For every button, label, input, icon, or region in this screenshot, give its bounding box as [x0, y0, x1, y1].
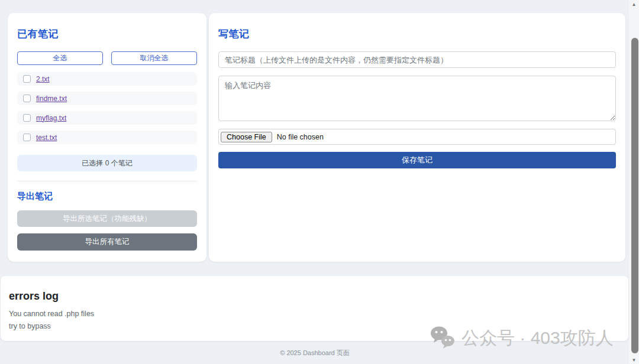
- note-link[interactable]: test.txt: [36, 134, 57, 142]
- export-all-button[interactable]: 导出所有笔记: [17, 233, 197, 251]
- note-checkbox[interactable]: [23, 134, 31, 141]
- errors-log-panel: errors log You cannot read .php files tr…: [1, 276, 628, 341]
- select-all-button[interactable]: 全选: [17, 51, 103, 65]
- note-title-input[interactable]: [218, 51, 616, 68]
- existing-notes-title: 已有笔记: [17, 27, 197, 41]
- note-row: myflag.txt: [17, 111, 197, 125]
- file-chosen-status: No file chosen: [277, 133, 324, 141]
- scrollbar-thumb[interactable]: [631, 38, 638, 353]
- file-upload-input[interactable]: Choose File No file chosen: [218, 129, 616, 145]
- save-note-button[interactable]: 保存笔记: [218, 152, 616, 168]
- vertical-scrollbar[interactable]: ▲ ▼: [629, 0, 639, 364]
- selected-count-badge: 已选择 0 个笔记: [17, 155, 197, 171]
- note-row: test.txt: [17, 131, 197, 144]
- note-content-textarea[interactable]: [218, 76, 616, 121]
- note-checkbox[interactable]: [23, 75, 31, 83]
- error-line: try to bypass: [9, 322, 620, 330]
- scrollbar-down-arrow[interactable]: ▼: [629, 356, 639, 364]
- errors-log-title: errors log: [9, 290, 620, 303]
- export-notes-title: 导出笔记: [17, 191, 197, 202]
- note-checkbox[interactable]: [23, 95, 31, 102]
- note-link[interactable]: 2.txt: [36, 75, 50, 83]
- page-footer: © 2025 Dashboard 页面: [0, 349, 630, 358]
- note-row: findme.txt: [17, 92, 197, 105]
- divider: [17, 181, 197, 181]
- deselect-all-button[interactable]: 取消全选: [111, 51, 197, 65]
- write-note-title: 写笔记: [218, 27, 616, 41]
- export-selected-button[interactable]: 导出所选笔记（功能残缺）: [17, 210, 197, 227]
- existing-notes-panel: 已有笔记 全选 取消全选 2.txt findme.txt myflag.txt…: [8, 13, 206, 262]
- write-note-panel: 写笔记 Choose File No file chosen 保存笔记: [209, 13, 625, 262]
- choose-file-button[interactable]: Choose File: [221, 132, 272, 142]
- note-link[interactable]: myflag.txt: [36, 114, 66, 122]
- selection-buttons-row: 全选 取消全选: [17, 51, 197, 65]
- note-link[interactable]: findme.txt: [36, 95, 67, 103]
- error-line: You cannot read .php files: [9, 310, 620, 318]
- note-checkbox[interactable]: [23, 114, 31, 122]
- scrollbar-up-arrow[interactable]: ▲: [629, 0, 639, 8]
- note-row: 2.txt: [17, 72, 197, 86]
- notes-list: 2.txt findme.txt myflag.txt test.txt: [17, 72, 197, 144]
